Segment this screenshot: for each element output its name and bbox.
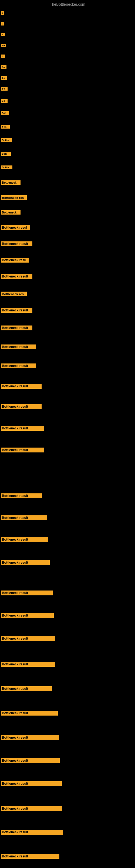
bottleneck-item-34: Bottleneck result xyxy=(1,560,50,566)
bottleneck-label-15: Bottleneck xyxy=(1,180,20,185)
bottleneck-label-22: Bottleneck res xyxy=(1,291,27,296)
bottleneck-label-32: Bottleneck result xyxy=(1,516,47,520)
bottleneck-label-46: Bottleneck result xyxy=(1,854,59,859)
bottleneck-item-33: Bottleneck result xyxy=(1,537,48,543)
bottleneck-label-19: Bottleneck result xyxy=(1,241,32,246)
bottleneck-item-36: Bottleneck result xyxy=(1,613,54,619)
bottleneck-item-24: Bottleneck result xyxy=(1,326,32,332)
bottleneck-item-30: Bottleneck result xyxy=(1,447,44,454)
bottleneck-item-6: Bo xyxy=(1,65,6,70)
bottleneck-label-25: Bottleneck result xyxy=(1,344,36,349)
bottleneck-label-1: B xyxy=(1,11,4,14)
bottleneck-item-35: Bottleneck result xyxy=(1,590,53,596)
bottleneck-label-7: Bo xyxy=(1,76,7,80)
bottleneck-item-4: Bo xyxy=(1,43,6,48)
bottleneck-item-43: Bottleneck result xyxy=(1,781,62,787)
bottleneck-item-1: B xyxy=(1,11,4,16)
bottleneck-label-44: Bottleneck result xyxy=(1,806,62,811)
bottleneck-label-8: Bo xyxy=(1,87,8,91)
bottleneck-label-3: B xyxy=(1,33,5,36)
bottleneck-item-16: Bottleneck res xyxy=(1,195,27,201)
bottleneck-item-38: Bottleneck result xyxy=(1,662,55,668)
bottleneck-label-26: Bottleneck result xyxy=(1,364,36,368)
bottleneck-label-12: Bottle xyxy=(1,138,12,142)
bottleneck-label-23: Bottleneck result xyxy=(1,308,32,313)
bottleneck-label-36: Bottleneck result xyxy=(1,613,54,618)
bottleneck-label-43: Bottleneck result xyxy=(1,781,62,786)
bottleneck-label-40: Bottleneck result xyxy=(1,711,58,716)
bottleneck-label-21: Bottleneck result xyxy=(1,274,32,279)
bottleneck-label-39: Bottleneck result xyxy=(1,686,52,691)
bottleneck-label-20: Bottleneck resu xyxy=(1,258,29,262)
bottleneck-label-11: Bott xyxy=(1,125,10,129)
bottleneck-item-21: Bottleneck result xyxy=(1,274,32,280)
bottleneck-label-6: Bo xyxy=(1,65,6,69)
bottleneck-label-38: Bottleneck result xyxy=(1,662,55,667)
site-title: TheBottlenecker.com xyxy=(0,0,135,8)
bottleneck-item-8: Bo xyxy=(1,87,8,92)
bottleneck-item-12: Bottle xyxy=(1,138,12,143)
bottleneck-item-11: Bott xyxy=(1,125,10,130)
bottleneck-label-4: Bo xyxy=(1,44,6,47)
bottleneck-item-17: Bottleneck xyxy=(1,210,20,216)
bottleneck-item-9: Bo xyxy=(1,99,8,104)
bottleneck-item-46: Bottleneck result xyxy=(1,854,59,860)
bottleneck-label-9: Bo xyxy=(1,99,8,103)
bottleneck-item-42: Bottleneck result xyxy=(1,758,60,764)
bottleneck-label-16: Bottleneck res xyxy=(1,195,27,200)
bottleneck-item-23: Bottleneck result xyxy=(1,308,32,314)
bottleneck-item-28: Bottleneck result xyxy=(1,404,42,410)
bottleneck-label-14: Bottle xyxy=(1,165,12,169)
bottleneck-label-18: Bottleneck resul xyxy=(1,225,30,230)
bottleneck-label-33: Bottleneck result xyxy=(1,537,48,542)
bottleneck-item-18: Bottleneck resul xyxy=(1,225,30,231)
bottleneck-item-29: Bottleneck result xyxy=(1,426,44,432)
bottleneck-label-5: B xyxy=(1,55,5,58)
bottleneck-item-39: Bottleneck result xyxy=(1,686,52,692)
bottleneck-item-7: Bo xyxy=(1,76,7,81)
bottleneck-label-42: Bottleneck result xyxy=(1,758,60,763)
bottleneck-label-35: Bottleneck result xyxy=(1,590,53,595)
bottleneck-item-27: Bottleneck result xyxy=(1,384,42,390)
bottleneck-item-20: Bottleneck resu xyxy=(1,258,29,264)
bottleneck-label-34: Bottleneck result xyxy=(1,560,50,565)
bottleneck-label-41: Bottleneck result xyxy=(1,735,59,740)
main-container: TheBottlenecker.com BBBBoBBoBoBoBoBotBot… xyxy=(0,0,135,868)
bottleneck-item-2: B xyxy=(1,22,4,27)
bottleneck-item-37: Bottleneck result xyxy=(1,636,55,642)
bottleneck-item-13: Bottl xyxy=(1,152,11,157)
bottleneck-label-10: Bot xyxy=(1,111,9,115)
bottleneck-label-13: Bottl xyxy=(1,152,11,156)
bottleneck-label-24: Bottleneck result xyxy=(1,326,32,330)
bottleneck-label-30: Bottleneck result xyxy=(1,447,44,453)
bottleneck-item-26: Bottleneck result xyxy=(1,364,36,369)
bottleneck-label-28: Bottleneck result xyxy=(1,404,42,409)
bottleneck-item-41: Bottleneck result xyxy=(1,735,59,741)
bottleneck-item-3: B xyxy=(1,33,5,37)
bottleneck-item-5: B xyxy=(1,54,5,59)
bottleneck-item-14: Bottle xyxy=(1,165,12,170)
bottleneck-item-40: Bottleneck result xyxy=(1,711,58,717)
bottleneck-label-2: B xyxy=(1,22,4,26)
bottleneck-label-17: Bottleneck xyxy=(1,210,20,215)
bottleneck-label-29: Bottleneck result xyxy=(1,426,44,431)
bottleneck-item-10: Bot xyxy=(1,111,9,116)
bottleneck-label-31: Bottleneck result xyxy=(1,493,42,498)
bottleneck-item-25: Bottleneck result xyxy=(1,344,36,350)
bottleneck-item-22: Bottleneck res xyxy=(1,291,27,297)
bottleneck-item-44: Bottleneck result xyxy=(1,806,62,812)
bottleneck-item-15: Bottleneck xyxy=(1,180,20,186)
bottleneck-label-27: Bottleneck result xyxy=(1,384,42,389)
bottleneck-item-19: Bottleneck result xyxy=(1,241,32,247)
bottleneck-item-45: Bottleneck result xyxy=(1,830,63,836)
bottleneck-item-31: Bottleneck result xyxy=(1,493,42,499)
bottleneck-label-45: Bottleneck result xyxy=(1,830,63,835)
bottleneck-label-37: Bottleneck result xyxy=(1,636,55,641)
bottleneck-item-32: Bottleneck result xyxy=(1,516,47,521)
